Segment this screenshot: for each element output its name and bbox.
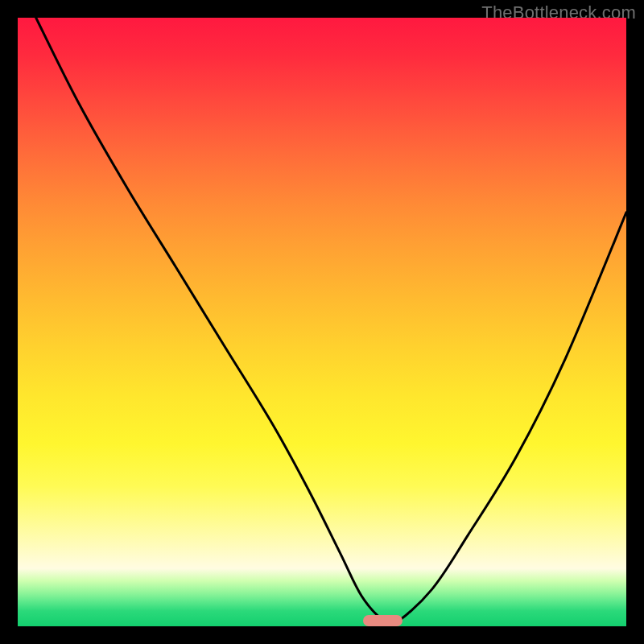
optimal-point-marker <box>363 615 402 626</box>
chart-frame <box>18 18 626 626</box>
chart-background-gradient <box>18 18 626 626</box>
